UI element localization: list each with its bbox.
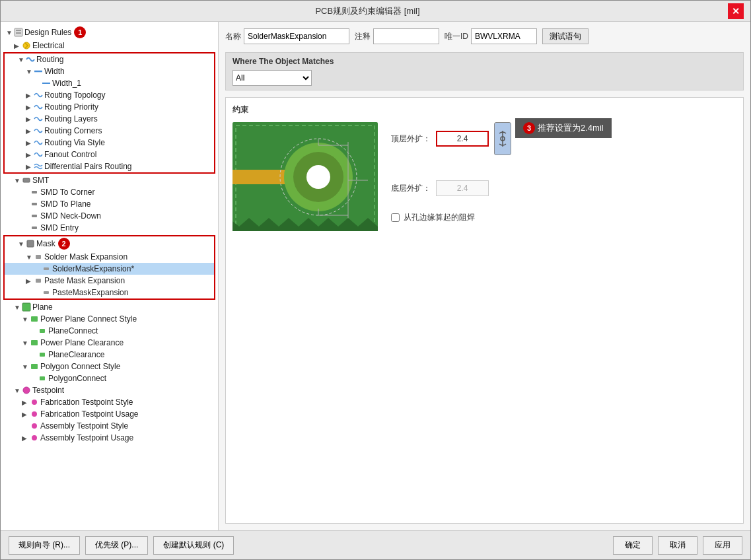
tree-item-paste-mask-expansion[interactable]: ▶ Paste Mask Expansion — [5, 275, 214, 287]
tree-item-electrical[interactable]: ▶ Electrical — [1, 40, 218, 52]
tree-item-solder-mask-expansion[interactable]: ▼ Solder Mask Expansion — [5, 251, 214, 263]
tree-item-plane-clearance[interactable]: PlaneClearance — [1, 349, 218, 361]
rules-icon — [14, 28, 23, 37]
svg-rect-7 — [32, 215, 37, 217]
tree-label-width1: Width_1 — [52, 79, 81, 88]
create-default-rules-button[interactable]: 创建默认规则 (C) — [153, 536, 234, 555]
svg-rect-13 — [44, 291, 49, 294]
tree-item-plane[interactable]: ▼ Plane — [1, 301, 218, 313]
arrow-icon: ▶ — [26, 277, 34, 285]
electrical-icon — [22, 41, 31, 50]
fab-usage-icon — [30, 409, 39, 419]
svg-rect-20 — [40, 376, 45, 380]
svg-point-25 — [32, 435, 37, 440]
arrow-icon: ▼ — [22, 316, 30, 323]
close-button[interactable]: ✕ — [728, 3, 744, 19]
arrow-icon: ▶ — [22, 435, 30, 442]
svg-point-32 — [306, 165, 330, 189]
diff-pairs-icon — [34, 162, 43, 171]
tree-item-smt[interactable]: ▼ SMT — [1, 174, 218, 186]
tree-label-electrical: Electrical — [32, 41, 65, 50]
bottom-expand-value: 2.4 — [457, 184, 468, 193]
tree-item-routing[interactable]: ▼ Routing — [5, 53, 214, 65]
tree-item-assembly-style[interactable]: Assembly Testpoint Style — [1, 420, 218, 432]
arrow-icon: ▶ — [26, 92, 34, 99]
from-hole-edge-checkbox[interactable] — [391, 213, 400, 222]
cancel-button[interactable]: 取消 — [658, 536, 697, 555]
where-section: Where The Object Matches All Net Net Cla… — [225, 52, 744, 90]
arrow-icon: ▶ — [26, 104, 34, 111]
polygon-connect-icon — [30, 362, 39, 371]
svg-rect-11 — [44, 267, 49, 270]
tree-item-routing-priority[interactable]: ▶ Routing Priority — [5, 101, 214, 113]
tree-item-fab-usage[interactable]: ▶ Fabrication Testpoint Usage — [1, 408, 218, 420]
constraint-fields: 顶层外扩： — [391, 122, 511, 223]
tree-item-fab-style[interactable]: ▶ Fabrication Testpoint Style — [1, 396, 218, 408]
tree-item-design-rules[interactable]: ▼ Design Rules 1 — [1, 25, 218, 40]
main-content: ▼ Design Rules 1 ▶ Electrical ▼ Ro — [1, 22, 750, 530]
tree-item-smd-entry[interactable]: SMD Entry — [1, 222, 218, 234]
ok-button[interactable]: 确定 — [613, 536, 653, 555]
svg-point-24 — [32, 423, 37, 429]
tree-item-smd-plane[interactable]: SMD To Plane — [1, 198, 218, 210]
tree-label-mask: Mask — [36, 239, 55, 248]
uid-label: 唯一ID — [445, 31, 468, 42]
width-icon — [34, 67, 43, 76]
link-button[interactable] — [494, 122, 511, 155]
smd-plane-icon — [30, 199, 39, 209]
tree-item-testpoint[interactable]: ▼ Testpoint — [1, 384, 218, 396]
arrow-icon: ▼ — [18, 240, 26, 248]
tree-label-polygon-connect-item: PolygonConnect — [48, 374, 106, 383]
name-input[interactable] — [244, 28, 349, 44]
tree-item-smd-neck[interactable]: SMD Neck-Down — [1, 210, 218, 222]
tree-area: ▼ Design Rules 1 ▶ Electrical ▼ Ro — [1, 22, 218, 530]
tree-item-routing-via-style[interactable]: ▶ Routing Via Style — [5, 137, 214, 149]
tree-item-solder-mask-exp-item[interactable]: SolderMaskExpansion* — [5, 263, 214, 275]
tree-item-width1[interactable]: Width_1 — [5, 77, 214, 89]
from-hole-edge-label: 从孔边缘算起的阻焊 — [404, 212, 475, 223]
tree-item-fanout-control[interactable]: ▶ Fanout Control — [5, 149, 214, 160]
top-expand-input[interactable] — [436, 131, 489, 147]
svg-rect-12 — [36, 279, 41, 283]
tree-item-power-plane-connect[interactable]: ▼ Power Plane Connect Style — [1, 313, 218, 325]
svg-point-23 — [32, 411, 37, 417]
svg-rect-9 — [27, 240, 34, 247]
tree-item-routing-corners[interactable]: ▶ Routing Corners — [5, 125, 214, 137]
tree-item-diff-pairs[interactable]: ▶ Differential Pairs Routing — [5, 160, 214, 172]
left-panel: ▼ Design Rules 1 ▶ Electrical ▼ Ro — [1, 22, 219, 530]
tree-item-width[interactable]: ▼ Width — [5, 65, 214, 77]
tree-item-routing-topology[interactable]: ▶ Routing Topology — [5, 89, 214, 101]
tree-item-plane-connect[interactable]: PlaneConnect — [1, 325, 218, 337]
rules-wizard-button[interactable]: 规则向导 (R)... — [9, 536, 80, 555]
power-plane-connect-icon — [30, 314, 39, 324]
fab-style-icon — [30, 398, 39, 407]
arrow-icon: ▼ — [22, 363, 30, 370]
svg-rect-17 — [31, 340, 38, 345]
mask-icon — [26, 239, 35, 248]
right-panel: 名称 注释 唯一ID 测试语句 Where The Object Matches… — [219, 22, 750, 530]
uid-input[interactable] — [471, 28, 537, 44]
comment-input[interactable] — [373, 28, 439, 44]
fanout-icon — [34, 150, 43, 159]
apply-button[interactable]: 应用 — [703, 536, 742, 555]
tree-item-polygon-connect[interactable]: ▼ Polygon Connect Style — [1, 361, 218, 372]
tree-label-plane-connect: PlaneConnect — [48, 326, 98, 335]
tree-item-smd-corner[interactable]: SMD To Corner — [1, 186, 218, 198]
tree-item-mask[interactable]: ▼ Mask 2 — [5, 236, 214, 251]
badge-3: 3 — [523, 122, 535, 134]
tree-label-fab-style: Fabrication Testpoint Style — [40, 398, 133, 407]
tree-label-smd-entry: SMD Entry — [40, 223, 79, 232]
tree-item-assembly-usage[interactable]: ▶ Assembly Testpoint Usage — [1, 432, 218, 444]
tree-item-power-plane-clearance[interactable]: ▼ Power Plane Clearance — [1, 337, 218, 349]
tree-item-paste-mask-exp-item[interactable]: PasteMaskExpansion — [5, 287, 214, 298]
comment-field-group: 注释 — [355, 28, 439, 44]
priority-button[interactable]: 优先级 (P)... — [85, 536, 148, 555]
svg-rect-18 — [40, 353, 45, 357]
tree-item-polygon-connect-item[interactable]: PolygonConnect — [1, 372, 218, 384]
where-select[interactable]: All Net Net Class Layer Query — [232, 70, 312, 86]
tree-item-routing-layers[interactable]: ▶ Routing Layers — [5, 113, 214, 125]
right-header: 名称 注释 唯一ID 测试语句 — [225, 28, 744, 44]
tooltip: 3 推荐设置为2.4mil — [515, 118, 612, 138]
tree-label-routing-layers: Routing Layers — [44, 114, 98, 123]
test-button[interactable]: 测试语句 — [542, 28, 589, 44]
